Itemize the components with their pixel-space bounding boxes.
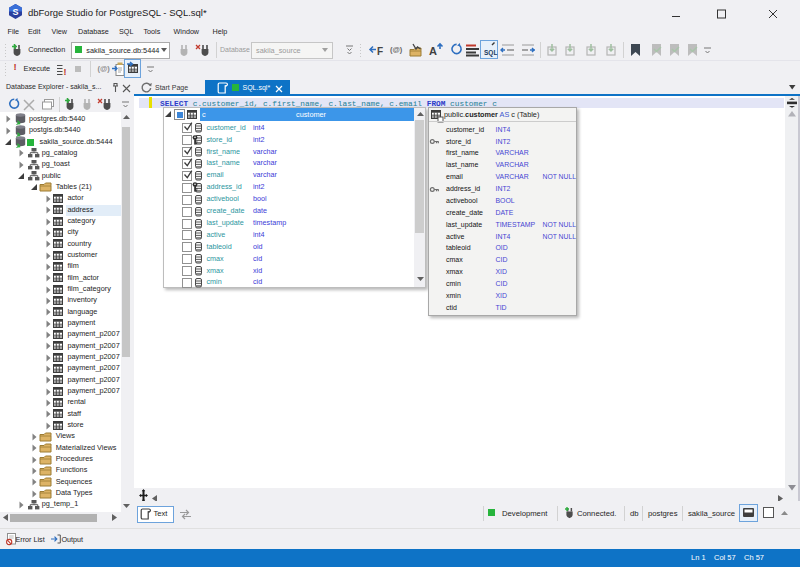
svg-text:SQL: SQL — [484, 49, 497, 57]
svg-text:!: ! — [63, 66, 66, 76]
svg-text:A: A — [429, 45, 437, 57]
svg-text:S: S — [12, 7, 18, 17]
svg-text:F: F — [377, 46, 383, 57]
